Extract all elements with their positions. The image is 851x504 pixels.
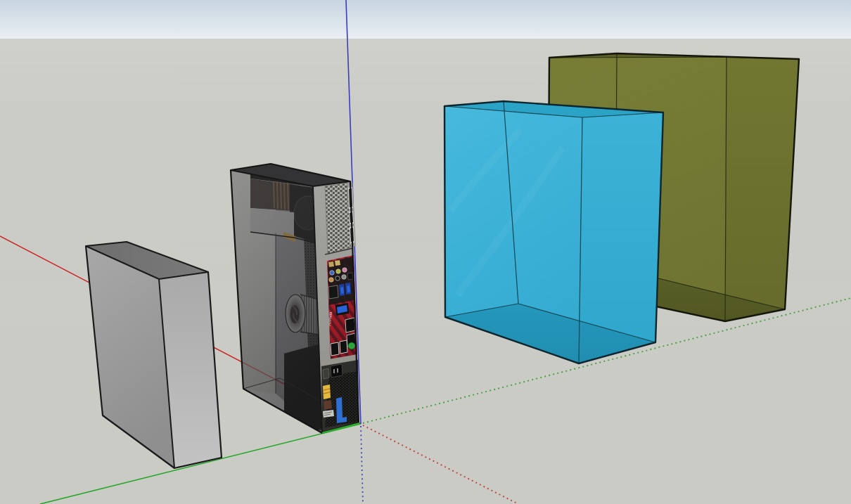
psu-power-switch bbox=[323, 368, 329, 379]
ethernet-port bbox=[328, 285, 338, 299]
usb3-port-mid bbox=[335, 303, 349, 316]
pc-case[interactable]: Formula bbox=[231, 164, 359, 433]
psu-rear-panel[interactable] bbox=[321, 359, 359, 432]
sky bbox=[0, 0, 851, 39]
psu-power-inlet bbox=[331, 364, 343, 377]
psu-sticker-brown bbox=[324, 400, 332, 410]
ps2-port bbox=[348, 342, 355, 349]
optical-port bbox=[347, 273, 353, 280]
viewport-3d: Formula bbox=[0, 0, 851, 504]
backplate-hex-vents bbox=[325, 183, 351, 254]
hdmi-port-1 bbox=[345, 318, 355, 332]
cyan-box[interactable] bbox=[444, 101, 663, 363]
